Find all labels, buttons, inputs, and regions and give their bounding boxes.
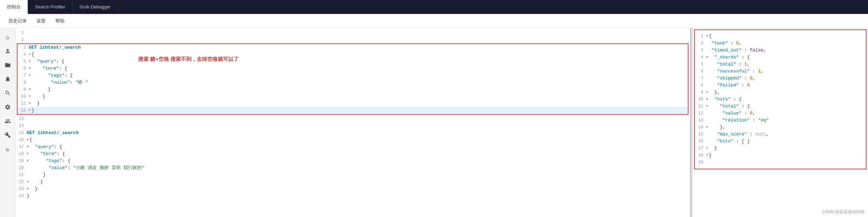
editor-line-21: 21 }: [15, 172, 690, 178]
result-code: 1 ▼ { 2 "took" : 0, 3 "timed_out" : fals…: [695, 31, 866, 167]
nav-history[interactable]: 历史记录: [4, 14, 32, 28]
collapse-18[interactable]: ▼: [27, 150, 29, 158]
tab-search-profiler[interactable]: Search Profiler: [28, 0, 73, 14]
result-collapse-9[interactable]: ▼: [706, 89, 708, 96]
sidebar-icon-home[interactable]: ⌂: [1, 31, 14, 43]
editor-line-10: 10 ▼ }: [18, 93, 688, 100]
editor-line-6: 6 ▼ "term": {: [18, 65, 688, 72]
result-collapse-18[interactable]: ▼: [706, 152, 708, 159]
result-content-15: "max_score" : null,: [706, 131, 863, 138]
line-num-24: 24: [15, 192, 27, 200]
result-line-num-13: 13: [695, 117, 706, 124]
result-line-6: 6 "successful" : 1,: [695, 68, 866, 75]
code-editor[interactable]: 1 2 3 GET lzhtest/_search: [15, 28, 690, 201]
line-num-5: 5: [18, 58, 29, 65]
collapse-17[interactable]: ▼: [27, 144, 29, 150]
sidebar-icon-settings[interactable]: [1, 101, 14, 113]
sidebar-icon-refresh[interactable]: ↻: [1, 143, 14, 155]
result-line-num-18: 18: [695, 152, 706, 159]
sidebar-icon-users[interactable]: [1, 115, 14, 127]
editor-line-3: 3 GET lzhtest/_search: [18, 44, 688, 51]
nav-help[interactable]: 帮助: [50, 14, 69, 28]
result-line-15: 15 "max_score" : null,: [695, 131, 866, 138]
collapse-9[interactable]: ▼: [29, 86, 31, 93]
result-line-16: 16 "hits" : [ ]: [695, 138, 866, 145]
result-line-10: 10 ▼ "hits" : {: [695, 96, 866, 103]
editor-line-9: 9 ▼ }: [18, 86, 688, 93]
line-num-20: 20: [15, 164, 27, 172]
top-navigation: 控制台 Search Profiler Grok Debugger: [0, 0, 868, 14]
editor-line-22: 22 ▼ }: [15, 178, 690, 186]
collapse-4[interactable]: ▼: [29, 51, 31, 58]
line-content-8: "value": "糖 ": [29, 79, 685, 86]
line-num-12: 12: [18, 107, 29, 114]
line-num-19: 19: [15, 158, 27, 164]
line-num-23: 23: [15, 186, 27, 192]
editor-line-18: 18 ▼ "term": {: [15, 150, 690, 158]
sidebar-icon-bell[interactable]: [1, 73, 14, 85]
collapse-22[interactable]: ▼: [27, 178, 29, 186]
highlight-block-1: 3 GET lzhtest/_search 4 ▼ { 5 ▼ "query":…: [17, 43, 689, 115]
collapse-12[interactable]: ▼: [29, 107, 31, 114]
result-line-num-16: 16: [695, 138, 706, 145]
line-content-6: "term": {: [32, 65, 685, 72]
line-content-15: GET lzhtest/_search: [27, 130, 687, 136]
collapse-11[interactable]: ▼: [29, 100, 31, 107]
collapse-7[interactable]: ▼: [29, 72, 31, 79]
main-layout: ⌂ ↻ 搜索 糖+空格 搜索不到，去掉空格就可以了: [0, 28, 868, 217]
result-content-5: "total" : 1,: [706, 61, 863, 68]
line-content-24: }: [27, 192, 687, 200]
result-collapse-1[interactable]: ▼: [706, 33, 708, 40]
result-content-13: "relation" : "eq": [706, 117, 863, 124]
result-line-13: 13 "relation" : "eq": [695, 117, 866, 124]
tab-console[interactable]: 控制台: [0, 0, 28, 14]
collapse-5[interactable]: ▼: [29, 58, 31, 65]
editor-line-12: 12 ▼ }: [18, 107, 688, 114]
collapse-10[interactable]: ▼: [29, 93, 31, 100]
editor-line-4: 4 ▼ {: [18, 51, 688, 58]
result-line-num-7: 7: [695, 75, 706, 82]
editor-panel[interactable]: 搜索 糖+空格 搜索不到，去掉空格就可以了 1 2 3 GET: [15, 28, 691, 217]
line-content-23: }: [29, 186, 687, 192]
result-collapse-11[interactable]: ▼: [706, 103, 708, 110]
sidebar-icon-wrench[interactable]: [1, 129, 14, 141]
sidebar-icon-folder[interactable]: [1, 59, 14, 71]
result-line-num-8: 8: [695, 82, 706, 89]
result-line-14: 14 ▼ },: [695, 124, 866, 131]
collapse-19[interactable]: ▼: [27, 158, 29, 164]
result-line-9: 9 ▼ },: [695, 89, 866, 96]
line-num-16: 16: [15, 136, 27, 144]
line-content-20: "value": "小糖 调皮 撒娇 卖萌 我们家的": [27, 164, 687, 172]
result-collapse-14[interactable]: ▼: [706, 124, 708, 131]
collapse-6[interactable]: ▼: [29, 65, 31, 72]
result-collapse-10[interactable]: ▼: [706, 96, 708, 103]
result-line-17: 17 ▼ }: [695, 145, 866, 152]
editor-line-7: 7 ▼ "tags": {: [18, 72, 688, 79]
result-line-num-9: 9: [695, 89, 706, 96]
collapse-16[interactable]: ▼: [27, 136, 29, 144]
line-num-6: 6: [18, 65, 29, 72]
collapse-23[interactable]: ▼: [27, 186, 29, 192]
line-num-9: 9: [18, 86, 29, 93]
line-num-18: 18: [15, 150, 27, 158]
result-line-num-11: 11: [695, 103, 706, 110]
result-line-num-15: 15: [695, 131, 706, 138]
editor-line-1: 1: [15, 29, 690, 36]
result-highlight-block: 1 ▼ { 2 "took" : 0, 3 "timed_out" : fals…: [694, 29, 867, 169]
result-line-12: 12 "value" : 0,: [695, 110, 866, 117]
result-content-11: "total" : {: [709, 103, 863, 110]
sidebar-icon-search[interactable]: [1, 87, 14, 99]
line-num-21: 21: [15, 172, 27, 178]
editor-line-23: 23 ▼ }: [15, 186, 690, 192]
result-content-7: "skipped" : 0,: [706, 75, 863, 82]
line-content-11: }: [32, 100, 685, 107]
tab-grok-debugger[interactable]: Grok Debugger: [73, 0, 118, 14]
editor-line-14: 14: [15, 122, 690, 130]
line-num-22: 22: [15, 178, 27, 186]
sidebar-icon-person[interactable]: [1, 45, 14, 57]
result-collapse-17[interactable]: ▼: [706, 145, 708, 152]
result-content-14: },: [709, 124, 863, 131]
line-content-22: }: [29, 178, 687, 186]
nav-settings[interactable]: 设置: [32, 14, 50, 28]
result-collapse-4[interactable]: ▼: [706, 54, 708, 61]
